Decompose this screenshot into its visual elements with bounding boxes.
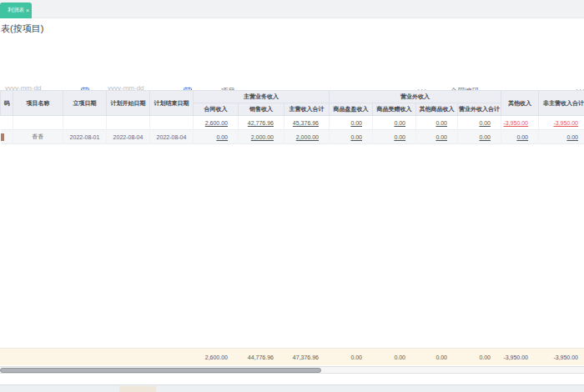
total-contract-income: 2,600.00 — [193, 349, 238, 365]
scrollbar-thumb[interactable] — [0, 368, 321, 373]
cell-other-income-link[interactable]: -3,950.00 — [503, 120, 528, 126]
cell-setup-date: 2022-08-01 — [63, 130, 107, 144]
col-group-nonoperating-revenue: 营业外收入 — [330, 91, 501, 103]
col-header-plan-end[interactable]: 计划结束日期 — [150, 91, 194, 116]
col-header-other-goods[interactable]: 其他商品收入 — [416, 103, 458, 116]
cell-inventory-gain-link[interactable]: 0.00 — [350, 134, 362, 140]
cell-donated-goods-link[interactable]: 0.00 — [394, 134, 405, 140]
cell-contract-income-link[interactable]: 2,600.00 — [205, 120, 228, 126]
bottom-bar — [0, 384, 584, 392]
cell-sales-income-link[interactable]: 42,776.96 — [248, 120, 274, 126]
col-header-donated-goods[interactable]: 商品受赠收入 — [373, 103, 416, 116]
cell-donated-goods-link[interactable]: 0.00 — [394, 120, 405, 126]
col-header-nonop-total[interactable]: 营业外收入合计 — [458, 103, 501, 116]
cell-contract-income-link[interactable]: 0.00 — [216, 134, 228, 140]
cell-nonmain-total-link[interactable]: 0.00 — [566, 134, 578, 140]
row-code-clipped — [1, 133, 4, 141]
total-other-goods: 0.00 — [415, 349, 457, 365]
total-other-income: -3,950.00 — [501, 349, 538, 365]
col-header-inventory-gain[interactable]: 商品盘盈收入 — [330, 103, 373, 116]
tab-bar: 利润表 × — [0, 0, 584, 18]
col-group-main-revenue: 主营业务收入 — [194, 91, 330, 103]
cell-other-goods-link[interactable]: 0.00 — [435, 134, 447, 140]
table-row: 2,600.00 42,776.96 45,376.96 0.00 0.00 0… — [1, 116, 584, 130]
table-row: 香香 2022-08-01 2022-08-04 2022-08-04 0.00… — [1, 130, 584, 144]
total-donated-goods: 0.00 — [372, 349, 415, 365]
total-inventory-gain: 0.00 — [329, 349, 372, 365]
col-header-plan-start[interactable]: 计划开始日期 — [107, 91, 150, 116]
cell-nonop-total-link[interactable]: 0.00 — [479, 134, 491, 140]
cell-project-name — [13, 116, 63, 130]
total-main-total: 47,376.96 — [284, 349, 329, 365]
cell-code — [1, 116, 13, 130]
col-header-sales-income[interactable]: 销售收入 — [239, 103, 284, 116]
cell-main-total-link[interactable]: 2,000.00 — [296, 134, 319, 140]
col-header-project-name[interactable]: 项目名称 — [13, 91, 63, 116]
cell-setup-date — [63, 116, 107, 130]
cell-plan-start — [107, 116, 150, 130]
cell-main-total-link[interactable]: 45,376.96 — [293, 120, 319, 126]
cell-nonop-total-link[interactable]: 0.00 — [479, 120, 491, 126]
col-header-project-code[interactable]: 码 — [1, 91, 13, 116]
bottom-bar-highlight — [119, 386, 156, 392]
app-window: 利润表 × 表(按项目) — 项目 ··· 合同编码 ··· — [0, 0, 584, 392]
col-header-contract-income[interactable]: 合同收入 — [194, 103, 239, 116]
total-sales-income: 44,776.96 — [238, 349, 284, 365]
tab-label: 利润表 — [8, 7, 24, 14]
cell-other-goods-link[interactable]: 0.00 — [435, 120, 447, 126]
col-header-nonmain-total[interactable]: 非主营收入合计 — [539, 91, 584, 116]
cell-project-name: 香香 — [13, 130, 63, 144]
col-header-main-total[interactable]: 主营收入合计 — [284, 103, 330, 116]
total-nonmain-total: -3,950.00 — [538, 349, 584, 365]
tab-profit-report[interactable]: 利润表 × — [0, 3, 32, 18]
cell-inventory-gain-link[interactable]: 0.00 — [350, 120, 362, 126]
cell-code — [1, 130, 13, 144]
cell-nonmain-total-link[interactable]: -3,950.00 — [553, 120, 578, 126]
page-title: 表(按项目) — [1, 23, 43, 35]
cell-sales-income-link[interactable]: 2,000.00 — [251, 134, 274, 140]
horizontal-scrollbar[interactable] — [0, 366, 584, 374]
cell-other-income-link[interactable]: 0.00 — [516, 134, 528, 140]
cell-plan-start: 2022-08-04 — [107, 130, 150, 144]
col-header-setup-date[interactable]: 立项日期 — [63, 91, 107, 116]
cell-plan-end: 2022-08-04 — [150, 130, 194, 144]
col-header-other-income[interactable]: 其他收入 — [501, 91, 539, 116]
cell-plan-end — [150, 116, 194, 130]
total-nonop-total: 0.00 — [457, 349, 501, 365]
report-table: 码 项目名称 立项日期 计划开始日期 计划结束日期 主营业务收入 营业外收入 其… — [0, 90, 584, 144]
totals-row: 2,600.00 44,776.96 47,376.96 0.00 0.00 0… — [0, 348, 584, 365]
title-row: 表(按项目) — [0, 18, 584, 38]
filter-panel: — 项目 ··· 合同编码 ··· 展开更多条件 — [0, 38, 584, 90]
tab-close-icon[interactable]: × — [26, 8, 29, 13]
